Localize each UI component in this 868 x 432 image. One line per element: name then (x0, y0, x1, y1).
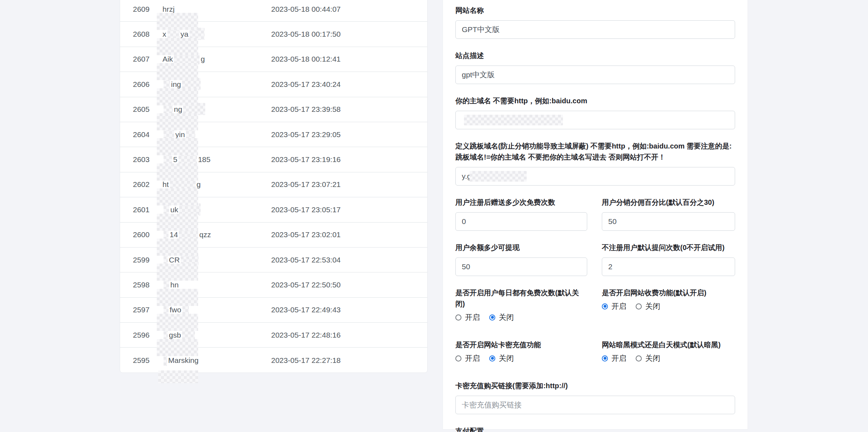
trial-times-input[interactable] (602, 257, 735, 276)
trial-times-label: 不注册用户默认提问次数(0不开启试用) (602, 242, 735, 253)
radio-circle-icon (489, 314, 495, 321)
user-name-text: gsb (169, 331, 181, 339)
register-time-cell: 2023-05-17 22:27:18 (271, 356, 427, 365)
charge-label: 是否开启网站收费功能(默认开启) (602, 287, 735, 298)
redaction-mosaic (157, 188, 198, 205)
user-id-cell: 2596 (133, 331, 162, 339)
register-time-cell: 2023-05-17 23:07:21 (271, 180, 427, 189)
redaction-mosaic (157, 138, 198, 155)
radio-label: 开启 (611, 353, 626, 363)
user-name-text: g (201, 55, 205, 63)
register-time-cell: 2023-05-17 23:02:01 (271, 230, 427, 239)
radio-circle-icon (455, 355, 461, 361)
redaction-mosaic (158, 370, 198, 383)
user-name-text: ht (162, 180, 169, 188)
user-id-cell: 2597 (133, 306, 162, 314)
radio-card-recharge-on[interactable]: 开启 (455, 353, 480, 363)
register-time-cell: 2023-05-17 22:48:16 (271, 331, 427, 339)
field-card-link: 卡密充值购买链接(需要添加:http://) (455, 380, 735, 414)
user-name-text: ng (174, 105, 182, 113)
card-link-label: 卡密充值购买链接(需要添加:http://) (455, 380, 735, 391)
radio-row-dailyfree-charge: 是否开启用户每日都有免费次数(默认关闭) 开启 关闭 是否开启网站收费功能(默认… (455, 287, 735, 322)
radio-daily-free-off[interactable]: 关闭 (489, 312, 514, 322)
field-main-domain: 你的主域名 不需要http，例如:baidu.com (455, 95, 735, 129)
register-time-cell: 2023-05-18 00:12:41 (271, 55, 427, 63)
site-desc-input[interactable] (455, 66, 735, 84)
redaction-mosaic (157, 289, 198, 306)
field-card-recharge: 是否开启网站卡密充值功能 开启 关闭 (455, 339, 587, 363)
user-name-text: qzz (199, 230, 211, 239)
user-id-cell: 2604 (133, 130, 162, 139)
register-time-cell: 2023-05-17 22:49:43 (271, 306, 427, 314)
site-name-input[interactable] (455, 20, 735, 39)
user-id-cell: 2598 (133, 281, 162, 289)
user-name-text: 185 (198, 155, 211, 163)
redaction-mosaic (157, 314, 198, 331)
radio-dark-mode-off[interactable]: 关闭 (636, 353, 660, 363)
user-id-cell: 2601 (133, 205, 162, 214)
user-name-text: Aik (162, 55, 173, 63)
redaction-mosaic (157, 214, 198, 231)
card-recharge-label: 是否开启网站卡密充值功能 (455, 339, 587, 350)
user-name-text: x (162, 30, 166, 38)
radio-label: 开启 (465, 312, 480, 322)
field-payment: 支付配置 开启支付宝 开启微信 两个都开启 (455, 426, 735, 432)
register-time-cell: 2023-05-18 00:44:07 (271, 5, 427, 14)
radio-label: 关闭 (645, 301, 660, 311)
jump-domain-input[interactable]: y.g (455, 167, 735, 186)
radio-circle-icon (489, 355, 495, 361)
field-charge: 是否开启网站收费功能(默认开启) 开启 关闭 (602, 287, 735, 322)
redaction-mosaic (157, 88, 198, 105)
field-commission: 用户分销分佣百分比(默认百分之30) (602, 197, 735, 231)
field-daily-free: 是否开启用户每日都有免费次数(默认关闭) 开启 关闭 (455, 287, 587, 322)
settings-form-card: 网站名称 站点描述 你的主域名 不需要http，例如:baidu.com 定义跳… (443, 0, 748, 430)
radio-circle-icon (455, 314, 461, 321)
user-name-text: CR (169, 256, 180, 264)
daily-free-label: 是否开启用户每日都有免费次数(默认关闭) (455, 287, 587, 309)
dark-mode-label: 网站暗黑模式还是白天模式(默认暗黑) (602, 339, 735, 350)
radio-dark-mode-on[interactable]: 开启 (602, 353, 626, 363)
register-time-cell: 2023-05-17 22:53:04 (271, 256, 427, 264)
radio-row-cardrecharge-darkmode: 是否开启网站卡密充值功能 开启 关闭 网站暗黑模式还是白天模式(默认暗黑) 开启 (455, 339, 735, 363)
register-time-cell: 2023-05-17 23:19:16 (271, 155, 427, 164)
redaction-mask (470, 171, 527, 182)
card-link-input[interactable] (455, 396, 735, 414)
site-desc-label: 站点描述 (455, 50, 735, 61)
register-time-cell: 2023-05-17 23:39:58 (271, 105, 427, 114)
user-name-text: Marsking (168, 356, 198, 364)
redaction-mosaic (157, 239, 198, 256)
register-time-cell: 2023-05-17 23:29:05 (271, 130, 427, 139)
free-times-input[interactable] (455, 212, 587, 231)
field-row-withdraw-trial: 用户余额多少可提现 不注册用户默认提问次数(0不开启试用) (455, 242, 735, 276)
commission-label: 用户分销分佣百分比(默认百分之30) (602, 197, 735, 208)
main-domain-input[interactable] (455, 111, 735, 129)
main-domain-label: 你的主域名 不需要http，例如:baidu.com (455, 95, 735, 106)
radio-label: 关闭 (499, 312, 514, 322)
redaction-mosaic (157, 163, 198, 181)
user-name-text: uk (170, 205, 178, 214)
register-time-cell: 2023-05-17 23:05:17 (271, 205, 427, 214)
jump-domain-label: 定义跳板域名(防止分销功能导致主域屏蔽) 不需要http，例如:baidu.co… (455, 141, 735, 163)
user-id-cell: 2603 (133, 155, 162, 164)
user-id-cell: 2602 (133, 180, 162, 189)
withdraw-input[interactable] (455, 257, 587, 276)
radio-daily-free-on[interactable]: 开启 (455, 312, 480, 322)
user-name-text: ya (181, 30, 188, 38)
radio-charge-on[interactable]: 开启 (602, 301, 626, 311)
radio-charge-off[interactable]: 关闭 (636, 301, 660, 311)
redaction-mosaic (157, 264, 198, 281)
user-id-cell: 2600 (133, 230, 162, 239)
redaction-mask (464, 115, 563, 125)
user-name-cell: hrzj (162, 5, 271, 14)
user-name-text: hn (170, 281, 179, 289)
free-times-label: 用户注册后赠送多少次免费次数 (455, 197, 587, 208)
redaction-mosaic (157, 63, 198, 80)
user-name-text: 5 (173, 155, 177, 163)
radio-label: 关闭 (499, 353, 514, 363)
register-time-cell: 2023-05-17 22:50:50 (271, 281, 427, 289)
commission-input[interactable] (602, 212, 735, 231)
redaction-mosaic (157, 339, 198, 356)
field-withdraw: 用户余额多少可提现 (455, 242, 587, 276)
user-name-cell: Marsking (162, 354, 271, 366)
radio-card-recharge-off[interactable]: 关闭 (489, 353, 514, 363)
